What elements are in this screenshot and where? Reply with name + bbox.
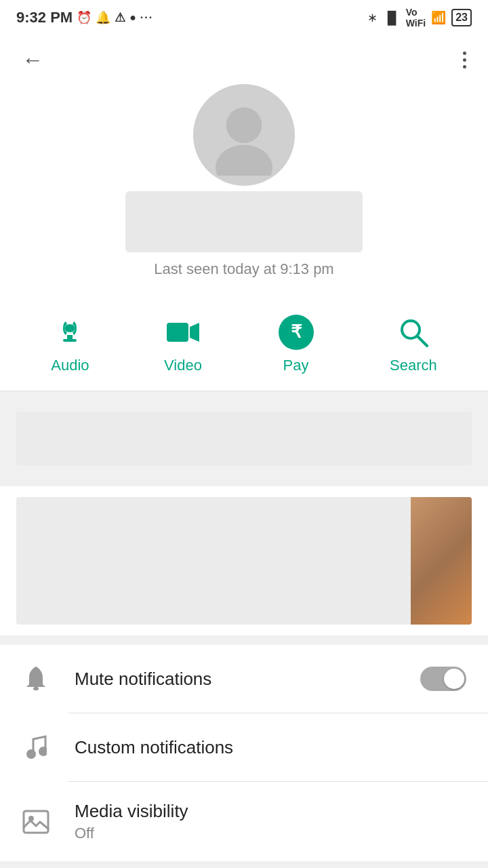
audio-label: Audio xyxy=(51,357,89,374)
bottom-section xyxy=(0,861,488,868)
section-divider-3 xyxy=(0,635,488,645)
svg-rect-2 xyxy=(64,324,75,332)
media-visibility-subtitle: Off xyxy=(75,825,466,842)
svg-point-12 xyxy=(26,749,36,759)
audio-button[interactable]: Audio xyxy=(51,313,89,374)
custom-notifications-item[interactable]: Custom notifications xyxy=(0,713,488,781)
mute-notifications-title: Mute notifications xyxy=(75,669,396,690)
settings-section: Mute notifications Custom notifications xyxy=(0,645,488,861)
media-visibility-item[interactable]: Media visibility Off xyxy=(0,782,488,861)
media-thumbnail xyxy=(411,497,472,625)
status-icons: ∗ ▐▌ VoWiFi 📶 23 xyxy=(367,7,472,28)
mute-toggle-thumb xyxy=(444,669,464,689)
warning-icon: ⚠ xyxy=(115,10,125,25)
svg-rect-5 xyxy=(167,323,188,342)
info-block-1-inner xyxy=(16,412,472,466)
svg-rect-4 xyxy=(63,339,77,342)
status-time: 9:32 PM ⏰ 🔔 ⚠ ● ··· xyxy=(16,9,153,26)
last-seen-text: Last seen today at 9:13 pm xyxy=(154,260,333,278)
svg-point-1 xyxy=(216,144,272,176)
video-icon xyxy=(164,313,202,351)
custom-notifications-title: Custom notifications xyxy=(75,737,466,758)
search-label: Search xyxy=(390,357,437,374)
audio-icon xyxy=(51,313,89,351)
svg-line-10 xyxy=(418,336,427,346)
info-block-1 xyxy=(0,401,488,477)
back-button[interactable]: ← xyxy=(16,42,49,78)
svg-marker-6 xyxy=(190,323,199,342)
wifi-icon: 📶 xyxy=(431,10,446,25)
mute-toggle[interactable] xyxy=(420,667,466,691)
bell-icon xyxy=(22,665,50,693)
contact-name-placeholder xyxy=(125,191,363,252)
mute-notifications-item[interactable]: Mute notifications xyxy=(0,645,488,713)
pay-button[interactable]: ₹ Pay xyxy=(277,313,315,374)
section-divider-1 xyxy=(0,391,488,401)
image-icon xyxy=(22,808,50,836)
svg-rect-3 xyxy=(67,335,73,339)
svg-text:₹: ₹ xyxy=(290,321,302,342)
media-visibility-text: Media visibility Off xyxy=(75,801,466,842)
vowifi-icon: VoWiFi xyxy=(406,7,426,28)
ellipsis-icon: ··· xyxy=(140,12,153,24)
alarm-icon: ⏰ xyxy=(77,10,92,25)
profile-section: Last seen today at 9:13 pm xyxy=(0,84,488,308)
more-dot-2 xyxy=(463,58,466,62)
avatar-svg xyxy=(203,94,285,176)
custom-notifications-text: Custom notifications xyxy=(75,737,466,758)
vibrate-icon: 🔔 xyxy=(96,10,110,25)
avatar[interactable] xyxy=(193,84,295,186)
circle-icon: ● xyxy=(129,12,136,24)
mute-toggle-wrapper xyxy=(420,667,466,691)
more-menu-button[interactable] xyxy=(458,46,472,74)
battery-icon: 23 xyxy=(451,9,472,26)
action-buttons: Audio Video ₹ Pay Search xyxy=(0,308,488,391)
svg-point-0 xyxy=(226,107,262,143)
media-block-inner xyxy=(16,497,472,625)
more-dot-1 xyxy=(463,52,466,55)
time-text: 9:32 PM xyxy=(16,9,73,26)
svg-rect-11 xyxy=(33,687,39,690)
video-button[interactable]: Video xyxy=(164,313,202,374)
search-button[interactable]: Search xyxy=(390,313,437,374)
top-bar: ← xyxy=(0,35,488,84)
music-note-icon xyxy=(22,733,50,762)
svg-point-13 xyxy=(39,747,47,756)
more-dot-3 xyxy=(463,65,466,68)
bluetooth-icon: ∗ xyxy=(367,10,378,25)
pay-label: Pay xyxy=(283,357,309,374)
video-label: Video xyxy=(164,357,202,374)
svg-rect-14 xyxy=(24,811,48,833)
mute-notifications-text: Mute notifications xyxy=(75,669,396,690)
search-icon xyxy=(394,313,432,351)
pay-icon: ₹ xyxy=(277,313,315,351)
status-bar: 9:32 PM ⏰ 🔔 ⚠ ● ··· ∗ ▐▌ VoWiFi 📶 23 xyxy=(0,0,488,35)
signal-icon: ▐▌ xyxy=(383,11,401,25)
section-divider-2 xyxy=(0,477,488,486)
media-block xyxy=(0,486,488,635)
media-visibility-title: Media visibility xyxy=(75,801,466,822)
